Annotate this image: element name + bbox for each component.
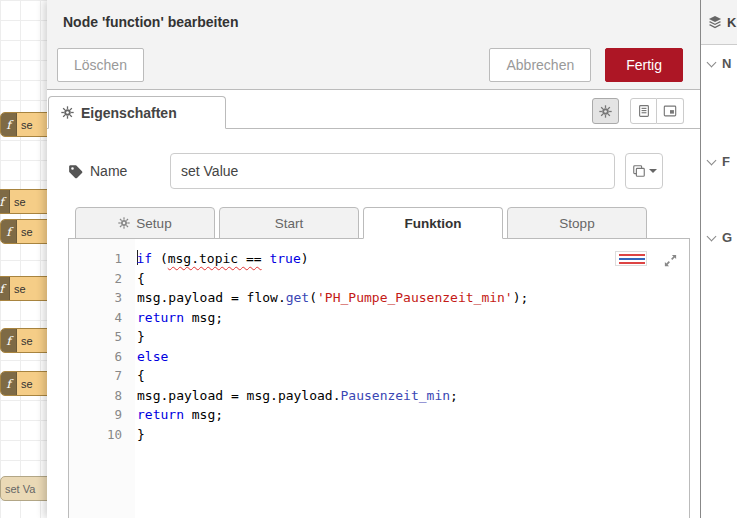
gear-icon — [118, 217, 130, 229]
editor-gutter: 12345678910 — [69, 239, 135, 518]
zoom-frame-button[interactable] — [657, 98, 684, 124]
code-line: return msg; — [137, 405, 689, 425]
name-field-row: Name — [68, 153, 700, 189]
node-red-screen: f se f se f se f se f se f se set Va Nod… — [0, 0, 737, 518]
line-number: 1 — [69, 249, 122, 269]
node-label: se — [10, 277, 26, 300]
tab-properties[interactable]: Eigenschaften — [48, 96, 226, 129]
line-number: 8 — [69, 386, 122, 406]
sidebar-header-label: K — [727, 15, 736, 30]
line-number: 3 — [69, 288, 122, 308]
code-line: { — [137, 366, 689, 386]
chevron-down-icon — [707, 155, 717, 165]
node-label: se — [17, 372, 33, 395]
code-token: } — [137, 329, 145, 344]
line-number: 5 — [69, 327, 122, 347]
code-token: ; — [450, 388, 458, 403]
cancel-button[interactable]: Abbrechen — [489, 48, 591, 82]
dialog-header: Node 'function' bearbeiten — [47, 0, 700, 44]
code-token: ) — [301, 251, 309, 266]
function-node[interactable]: f se — [0, 328, 47, 353]
name-input[interactable] — [170, 153, 615, 189]
line-number: 7 — [69, 366, 122, 386]
function-node[interactable]: f se — [0, 112, 47, 137]
tab-properties-label: Eigenschaften — [81, 105, 177, 121]
code-line: if (msg.topic == true) — [137, 249, 689, 269]
editor-code-area[interactable]: if (msg.topic == true){msg.payload = flo… — [135, 239, 689, 518]
chevron-down-icon — [707, 231, 717, 241]
editor-status-badge — [615, 251, 647, 266]
line-number: 2 — [69, 269, 122, 289]
code-token: Pausenzeit_min — [341, 388, 451, 403]
line-number: 6 — [69, 347, 122, 367]
function-node-icon: f — [1, 329, 17, 352]
sidebar-section-n[interactable]: N — [708, 56, 731, 71]
tag-icon — [68, 164, 83, 179]
sidebar-section-f[interactable]: F — [708, 154, 730, 169]
code-line: } — [137, 425, 689, 445]
done-button[interactable]: Fertig — [605, 48, 683, 82]
function-node[interactable]: f se — [0, 371, 47, 396]
tab-funktion-label: Funktion — [405, 216, 462, 231]
node-label: set Va — [1, 477, 35, 500]
properties-tab-bar: Eigenschaften — [47, 96, 700, 129]
dialog-toolbar: Löschen Abbrechen Fertig — [47, 44, 700, 90]
tab-start[interactable]: Start — [219, 207, 359, 239]
code-token: msg; — [184, 407, 223, 422]
code-token: { — [137, 368, 145, 383]
code-token: ); — [513, 290, 529, 305]
sidebar-section-label: G — [722, 230, 732, 245]
code-line: return msg; — [137, 308, 689, 328]
node-label: se — [17, 329, 33, 352]
delete-button[interactable]: Löschen — [57, 48, 144, 82]
function-node-icon: f — [1, 113, 17, 136]
right-sidebar: K N F G — [700, 0, 737, 518]
flow-workspace[interactable]: f se f se f se f se f se f se set Va — [0, 0, 47, 518]
dialog-body: Eigenschaften — [47, 90, 700, 518]
dialog-title: Node 'function' bearbeiten — [63, 14, 238, 30]
edited-function-node[interactable]: set Va — [0, 476, 47, 501]
gear-icon — [61, 106, 74, 119]
tab-setup[interactable]: Setup — [75, 207, 215, 239]
function-node[interactable]: f se — [0, 219, 47, 244]
node-label: se — [17, 220, 33, 243]
label-options-button[interactable] — [625, 153, 663, 189]
function-node[interactable]: f se — [0, 276, 47, 301]
code-line: else — [137, 347, 689, 367]
code-token: ( — [309, 290, 317, 305]
toolbar-right-group: Abbrechen Fertig — [489, 48, 683, 82]
sidebar-section-label: N — [722, 56, 731, 71]
tab-stopp[interactable]: Stopp — [507, 207, 647, 239]
edit-node-dialog: Node 'function' bearbeiten Löschen Abbre… — [47, 0, 700, 518]
code-token: ( — [152, 251, 168, 266]
document-icon — [637, 104, 651, 118]
function-node-icon: f — [1, 220, 17, 243]
node-settings-button[interactable] — [592, 98, 619, 124]
function-node-icon: f — [1, 372, 17, 395]
expand-editor-button[interactable] — [659, 249, 681, 271]
function-node[interactable]: f se — [0, 189, 47, 214]
node-label: se — [10, 190, 26, 213]
code-token: get — [286, 290, 309, 305]
code-token: return — [137, 407, 184, 422]
code-token: { — [137, 271, 145, 286]
code-token: msg.payload = flow. — [137, 290, 286, 305]
line-number: 10 — [69, 425, 122, 445]
frame-icon — [663, 104, 677, 118]
layers-icon — [708, 15, 722, 29]
line-number: 4 — [69, 308, 122, 328]
caret-down-icon — [649, 169, 657, 173]
tab-setup-label: Setup — [136, 216, 171, 231]
description-button[interactable] — [630, 98, 657, 124]
sidebar-section-label: F — [722, 154, 730, 169]
chevron-down-icon — [707, 57, 717, 67]
tab-funktion[interactable]: Funktion — [363, 207, 503, 239]
layers-icon — [632, 164, 646, 178]
code-editor[interactable]: 12345678910 if (msg.topic == true){msg.p… — [68, 238, 690, 518]
header-action-buttons — [592, 98, 684, 124]
line-number: 9 — [69, 405, 122, 425]
tab-start-label: Start — [275, 216, 304, 231]
code-token: msg; — [184, 310, 223, 325]
sidebar-section-g[interactable]: G — [708, 230, 732, 245]
code-token: msg.topic == — [168, 251, 262, 266]
